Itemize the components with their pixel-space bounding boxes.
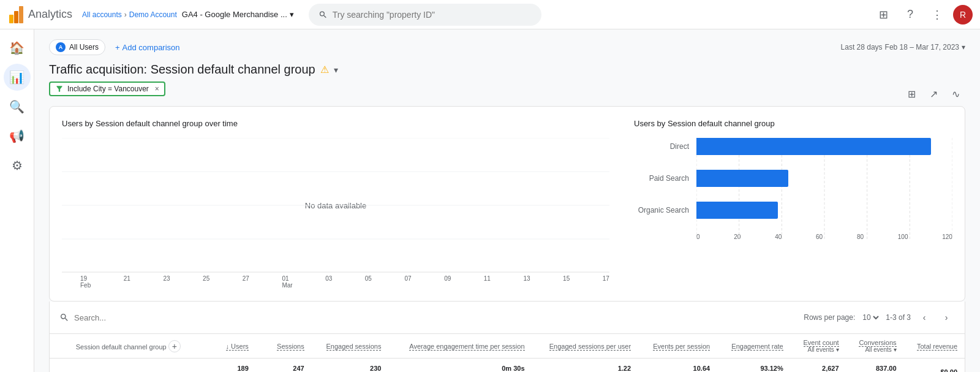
filter-icon	[55, 85, 64, 93]
add-comparison-button[interactable]: + Add comparison	[110, 40, 185, 55]
totals-revenue-cell: $0.00	[904, 359, 965, 373]
add-dimension-button[interactable]: +	[168, 340, 181, 352]
totals-sessions-cell: 247 100% of total	[256, 359, 312, 373]
table-toolbar: Rows per page: 10 25 50 1-3 of 3 ‹ ›	[50, 302, 965, 334]
content-area: A All Users + Add comparison Last 28 day…	[34, 29, 980, 372]
bar-fill-direct	[696, 138, 931, 155]
totals-engaged-per-user-cell: 1.22 Avg 0%	[532, 359, 639, 373]
comparison-bar: A All Users + Add comparison Last 28 day…	[49, 39, 965, 55]
table-search-area[interactable]	[59, 313, 177, 322]
user-avatar[interactable]: R	[953, 5, 973, 25]
report-header: Traffic acquisition: Session default cha…	[49, 63, 965, 77]
filter-bar: Include City = Vancouver ×	[49, 82, 965, 96]
totals-engagement-rate-cell: 93.12% Avg 0%	[717, 359, 791, 373]
engaged-sessions-col-header[interactable]: Engaged sessions	[312, 334, 389, 359]
table-search-icon	[59, 313, 69, 322]
line-chart-x-axis: 19Feb 21 23 25 27 01Mar 03 05 07 09 11 1…	[62, 275, 609, 289]
bar-label-direct: Direct	[634, 142, 689, 151]
all-users-segment[interactable]: A All Users	[49, 39, 105, 55]
line-chart-title: Users by Session default channel group o…	[62, 119, 609, 128]
dimension-col-header[interactable]: Session default channel group +	[69, 334, 200, 359]
charts-section: Users by Session default channel group o…	[49, 106, 965, 302]
totals-users-cell: 189 100% of total	[200, 359, 256, 373]
analytics-logo-icon	[7, 6, 24, 23]
totals-event-count-cell: 2,627 100% of total	[791, 359, 846, 373]
property-selector[interactable]: GA4 - Google Merchandise ... ▾	[182, 10, 294, 19]
svg-rect-0	[9, 15, 13, 23]
warning-icon: ⚠	[320, 64, 329, 75]
search-input[interactable]	[333, 10, 532, 20]
avg-engagement-col-header[interactable]: Average engagement time per session	[388, 334, 532, 359]
total-revenue-col-header[interactable]: Total revenue	[904, 334, 965, 359]
line-chart-area: No data available	[62, 138, 609, 273]
app-title: Analytics	[28, 8, 72, 21]
bar-row-direct: Direct	[634, 138, 952, 155]
sessions-col-header[interactable]: Sessions	[256, 334, 312, 359]
line-chart-container: Users by Session default channel group o…	[62, 119, 609, 289]
apps-icon-button[interactable]: ⊞	[872, 4, 894, 26]
breadcrumb: All accounts › Demo Account	[82, 10, 177, 19]
totals-dimension-cell	[69, 359, 200, 373]
more-options-button[interactable]: ⋮	[926, 4, 948, 26]
bar-chart-area: Direct Paid Search Organic	[634, 138, 952, 240]
share-button[interactable]: ↗	[924, 84, 943, 104]
left-sidebar: 🏠 📊 🔍 📢 ⚙	[0, 29, 34, 372]
all-users-dot: A	[56, 42, 66, 52]
sidebar-item-home[interactable]: 🏠	[4, 34, 31, 61]
prev-page-button[interactable]: ‹	[916, 309, 933, 326]
totals-engaged-sessions-cell: 230 100% of total	[312, 359, 389, 373]
comparison-left: A All Users + Add comparison	[49, 39, 185, 55]
bar-row-paid-search: Paid Search	[634, 170, 952, 187]
engaged-per-user-col-header[interactable]: Engaged sessions per user	[532, 334, 639, 359]
search-icon	[318, 10, 328, 20]
filter-chip[interactable]: Include City = Vancouver ×	[49, 82, 165, 96]
events-per-session-col-header[interactable]: Events per session	[638, 334, 717, 359]
report-dropdown-icon[interactable]: ▾	[334, 65, 338, 75]
totals-avg-engagement-cell: 0m 30s Avg 0%	[388, 359, 532, 373]
table-section: Rows per page: 10 25 50 1-3 of 3 ‹ ›	[49, 302, 965, 372]
compare-button[interactable]: ∿	[946, 84, 965, 104]
bar-label-paid-search: Paid Search	[634, 174, 689, 183]
totals-row: 189 100% of total 247 100% of total 230 …	[50, 359, 965, 373]
table-view-button[interactable]: ⊞	[902, 84, 921, 104]
event-count-col-header[interactable]: Event count All events ▾	[791, 334, 846, 359]
sidebar-item-configure[interactable]: ⚙	[4, 152, 31, 179]
totals-events-per-session-cell: 10.64 Avg 0%	[638, 359, 717, 373]
sidebar-item-explore[interactable]: 🔍	[4, 93, 31, 120]
charts-row: Users by Session default channel group o…	[62, 119, 952, 289]
table-search-input[interactable]	[74, 313, 177, 322]
svg-rect-1	[14, 11, 18, 23]
next-page-button[interactable]: ›	[938, 309, 955, 326]
sidebar-item-advertising[interactable]: 📢	[4, 123, 31, 150]
totals-conversions-cell: 837.00 100% of total	[846, 359, 904, 373]
conversions-col-header[interactable]: Conversions All events ▾	[846, 334, 904, 359]
bar-fill-paid-search	[696, 170, 788, 187]
charts-wrapper: ⊞ ↗ ∿ Users by Session default channel g…	[49, 106, 965, 302]
bar-row-organic-search: Organic Search	[634, 202, 952, 219]
rows-per-page-select[interactable]: 10 25 50	[860, 313, 881, 322]
bar-chart-container: Users by Session default channel group	[634, 119, 952, 289]
bar-container-direct	[696, 138, 952, 155]
bar-container-paid-search	[696, 170, 952, 187]
rank-col-header	[50, 334, 69, 359]
nav-right-actions: ⊞ ? ⋮ R	[872, 4, 973, 26]
help-icon-button[interactable]: ?	[899, 4, 921, 26]
rows-per-page-control: Rows per page: 10 25 50 1-3 of 3 ‹ ›	[804, 309, 955, 326]
chart-action-buttons: ⊞ ↗ ∿	[902, 84, 965, 104]
logo-area: Analytics	[7, 6, 72, 23]
engagement-rate-col-header[interactable]: Engagement rate	[717, 334, 791, 359]
top-navigation: Analytics All accounts › Demo Account GA…	[0, 0, 980, 29]
line-chart-svg	[62, 138, 609, 273]
date-range-selector[interactable]: Last 28 days Feb 18 – Mar 17, 2023 ▾	[841, 43, 965, 51]
sidebar-item-reports[interactable]: 📊	[4, 64, 31, 91]
filter-close-button[interactable]: ×	[155, 85, 159, 93]
data-table: Session default channel group + ↓ Users …	[50, 334, 965, 372]
bar-label-organic-search: Organic Search	[634, 206, 689, 214]
global-search[interactable]	[309, 4, 541, 26]
totals-rank-cell	[50, 359, 69, 373]
bar-chart-title: Users by Session default channel group	[634, 119, 952, 128]
bar-fill-organic-search	[696, 202, 778, 219]
table-header-row: Session default channel group + ↓ Users …	[50, 334, 965, 359]
users-col-header[interactable]: ↓ Users	[200, 334, 256, 359]
report-title: Traffic acquisition: Session default cha…	[49, 63, 315, 77]
